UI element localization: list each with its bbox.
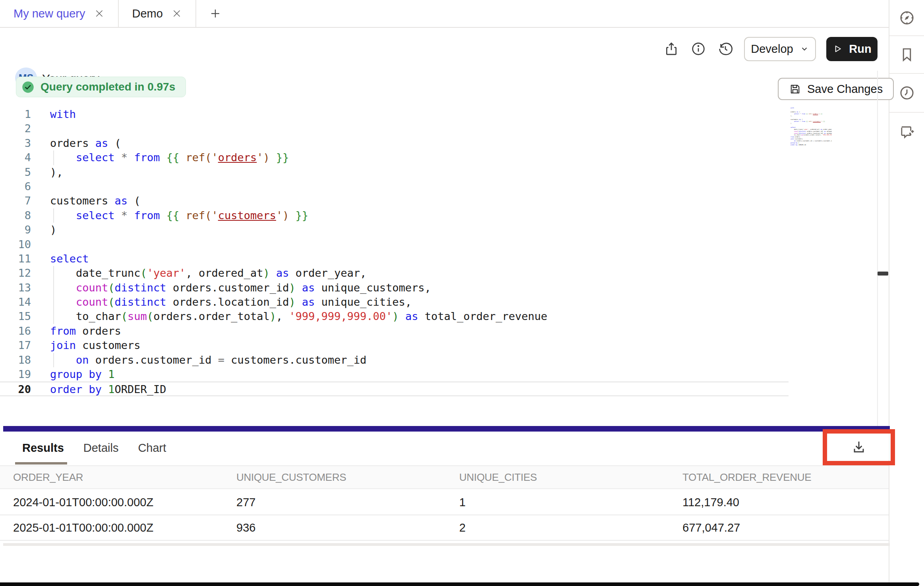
code-line[interactable]: 16from orders [0, 324, 877, 338]
table-cell: 1 [459, 496, 682, 509]
code-line[interactable]: 9) [0, 223, 877, 237]
chevron-down-icon [800, 44, 809, 54]
save-label: Save Changes [807, 83, 883, 96]
history-button[interactable] [717, 40, 734, 57]
code-line[interactable]: 8 select * from {{ ref('customers') }} [0, 208, 877, 223]
line-number: 16 [0, 324, 31, 338]
line-number: 1 [0, 107, 31, 121]
results-tab-bar: Results Details Chart [0, 432, 889, 465]
history-panel-button[interactable] [889, 73, 924, 112]
code-line[interactable]: 14 count(distinct orders.location_id) as… [0, 295, 877, 309]
code-line[interactable]: 15 to_char(sum(orders.order_total), '999… [0, 309, 877, 324]
save-icon [789, 83, 801, 95]
table-row: 2025-01-01T00:00:00.000Z9362677,047.27 [0, 515, 889, 541]
code-line[interactable]: 11select [0, 252, 877, 266]
line-number: 5 [0, 165, 31, 179]
plus-icon [209, 8, 221, 19]
window-bottom-edge [0, 582, 919, 586]
code-line[interactable]: 13 count(distinct orders.customer_id) as… [0, 281, 877, 295]
chat-sparkles-icon [899, 123, 915, 140]
tab-results[interactable]: Results [22, 441, 64, 455]
bookmarks-button[interactable] [889, 35, 924, 73]
code-line[interactable]: 7customers as ( [0, 194, 877, 208]
table-cell: 112,179.40 [682, 496, 889, 509]
table-cell: 677,047.27 [682, 521, 889, 534]
query-header: MS Your query Develop [0, 28, 889, 70]
code-line[interactable]: 20order by 1ORDER_ID [0, 382, 789, 396]
develop-label: Develop [751, 42, 793, 56]
info-button[interactable] [690, 40, 707, 57]
code-line[interactable]: 3orders as ( [0, 136, 877, 150]
table-cell: 936 [236, 521, 459, 534]
info-icon [690, 41, 706, 57]
status-text: Query completed in 0.97s [41, 81, 175, 93]
code-line[interactable]: 17join customers [0, 338, 877, 353]
explore-button[interactable] [889, 0, 924, 35]
column-header: TOTAL_ORDER_REVENUE [682, 471, 889, 484]
develop-dropdown[interactable]: Develop [744, 37, 816, 61]
code-line[interactable]: 2 [0, 121, 877, 136]
code-line[interactable]: 5), [0, 165, 877, 179]
code-line[interactable]: 10 [0, 237, 877, 252]
scrollbar-thumb[interactable] [878, 272, 888, 276]
run-button[interactable]: Run [826, 37, 878, 61]
line-number: 2 [0, 121, 31, 136]
run-label: Run [849, 42, 871, 56]
panel-bottom-border [3, 543, 890, 546]
line-number: 20 [0, 382, 31, 397]
line-number: 3 [0, 136, 31, 150]
status-badge: Query completed in 0.97s [16, 77, 186, 97]
code-line[interactable]: 18 on orders.customer_id = customers.cus… [0, 353, 877, 367]
line-number: 8 [0, 208, 31, 223]
tab-my-new-query[interactable]: My new query [0, 0, 119, 27]
new-tab-button[interactable] [196, 0, 234, 27]
line-number: 10 [0, 237, 31, 252]
check-circle-icon [22, 81, 34, 93]
code-line[interactable]: 20order by 1ORDER_ID [791, 144, 832, 146]
tab-details[interactable]: Details [83, 441, 119, 455]
ai-chat-button[interactable] [889, 112, 924, 150]
table-row: 2024-01-01T00:00:00.000Z2771112,179.40 [0, 490, 889, 515]
save-changes-button[interactable]: Save Changes [778, 78, 894, 100]
line-number: 17 [0, 338, 31, 353]
line-number: 13 [0, 281, 31, 295]
table-cell: 277 [236, 496, 459, 509]
right-sidebar-rail [889, 0, 924, 586]
code-editor[interactable]: 1with23orders as (4 select * from {{ ref… [0, 107, 877, 426]
line-number: 19 [0, 367, 31, 382]
code-line[interactable]: 19group by 1 [0, 367, 877, 382]
tab-chart[interactable]: Chart [138, 441, 166, 455]
table-cell: 2025-01-01T00:00:00.000Z [13, 521, 236, 534]
line-number: 15 [0, 309, 31, 324]
download-icon [850, 438, 868, 456]
line-number: 9 [0, 223, 31, 237]
code-line[interactable]: 12 date_trunc('year', ordered_at) as ord… [0, 266, 877, 280]
close-icon[interactable] [172, 8, 182, 19]
column-header: UNIQUE_CUSTOMERS [236, 471, 459, 484]
close-icon[interactable] [94, 8, 104, 19]
share-icon [663, 41, 679, 57]
code-line[interactable]: 6 [0, 179, 877, 194]
download-button[interactable] [828, 434, 889, 460]
active-tab-underline [15, 462, 67, 465]
line-number: 18 [0, 353, 31, 367]
line-number: 14 [0, 295, 31, 309]
code-line[interactable]: 4 select * from {{ ref('orders') }} [0, 150, 877, 165]
results-table-header: ORDER_YEARUNIQUE_CUSTOMERSUNIQUE_CITIEST… [0, 465, 889, 489]
column-header: UNIQUE_CITIES [459, 471, 682, 484]
tab-label: My new query [14, 7, 85, 20]
panel-resize-divider[interactable] [3, 426, 890, 432]
line-number: 7 [0, 194, 31, 208]
line-number: 12 [0, 266, 31, 280]
minimap[interactable]: 1with23orders as (4 select * from {{ ref… [791, 107, 832, 148]
share-button[interactable] [663, 40, 680, 57]
line-number: 4 [0, 150, 31, 165]
tab-demo[interactable]: Demo [119, 0, 196, 27]
tab-label: Demo [132, 7, 163, 20]
code-line[interactable]: 1with [0, 107, 877, 121]
editor-tab-bar: My new query Demo [0, 0, 889, 28]
table-cell: 2024-01-01T00:00:00.000Z [13, 496, 236, 509]
play-icon [832, 44, 843, 54]
compass-icon [899, 10, 915, 26]
history-icon [717, 41, 733, 57]
